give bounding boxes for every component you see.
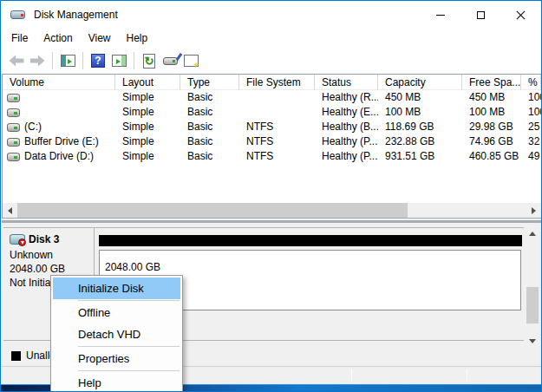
cell-status: Healthy (P... [315,134,378,149]
action-pane-icon [112,55,127,67]
cell-file-system: NTFS [239,149,315,164]
volume-row[interactable]: Simple Basic Healthy (E... 100 MB 100 MB… [3,105,541,120]
warning-badge-icon [18,238,26,246]
window-controls [421,2,540,28]
disk-management-window: Disk Management File Action View Help ? … [0,0,542,392]
cell-capacity: 232.88 GB [378,134,462,149]
volume-row[interactable]: (C:) Simple Basic NTFS Healthy (B... 118… [3,120,541,134]
disk-properties-button[interactable] [160,51,180,70]
cell-free-space: 450 MB [462,90,521,105]
cell-capacity: 450 MB [378,90,462,105]
menu-help[interactable]: Help [119,29,156,47]
close-icon [516,10,526,20]
cell-capacity: 931.51 GB [378,149,462,164]
forward-icon [30,56,45,67]
back-icon [10,56,24,67]
console-tree-icon [61,55,75,67]
scroll-up-button[interactable] [525,227,540,240]
cell-pct-free: 32 [521,134,541,149]
disk-management-app-icon [10,9,26,21]
menu-item-offline[interactable]: Offline [53,302,180,323]
toolbar: ? ↻ [2,48,540,74]
column-pct-free[interactable]: % Free [521,75,541,90]
volume-list: Volume Layout Type File System Status Ca… [2,74,541,219]
close-button[interactable] [500,2,540,28]
cell-status: Healthy (P... [315,149,378,164]
cell-capacity: 118.69 GB [378,120,462,134]
maximize-button[interactable] [460,2,500,28]
refresh-button[interactable]: ↻ [140,51,159,70]
show-console-tree-button[interactable] [58,51,77,70]
column-capacity[interactable]: Capacity [378,75,462,90]
cell-file-system: NTFS [239,120,315,134]
cell-type: Basic [180,105,239,120]
column-type[interactable]: Type [180,75,239,90]
column-file-system[interactable]: File System [239,75,315,90]
cell-type: Basic [180,149,239,164]
vertical-scroll-thumb[interactable] [526,287,539,323]
help-button[interactable]: ? [88,51,108,70]
disk-context-menu: Initialize Disk Offline Detach VHD Prope… [50,275,183,392]
manage-view-icon [184,55,199,67]
menu-item-properties[interactable]: Properties [53,348,180,369]
volume-list-header: Volume Layout Type File System Status Ca… [3,75,541,90]
cell-pct-free: 25 [521,120,541,134]
cell-volume [3,90,115,105]
horizontal-scroll-thumb[interactable] [17,203,408,218]
disk-type: Unknown [10,248,94,262]
cell-free-space: 74.96 GB [462,134,521,149]
column-status[interactable]: Status [315,75,378,90]
cell-status: Healthy (B... [315,120,378,134]
back-button[interactable] [7,51,26,70]
volume-row[interactable]: Data Drive (D:) Simple Basic NTFS Health… [3,149,541,164]
volume-icon [7,138,20,147]
cell-pct-free: 100 [521,90,541,105]
cell-layout: Simple [115,120,180,134]
cell-type: Basic [180,90,239,105]
cell-layout: Simple [115,90,180,105]
forward-button[interactable] [28,51,47,70]
volume-row[interactable]: Simple Basic Healthy (R... 450 MB 450 MB… [3,90,541,105]
cell-volume: Buffer Drive (E:) [3,134,115,149]
cell-type: Basic [180,134,239,149]
cell-pct-free: 49 [521,149,541,164]
menu-item-help[interactable]: Help [53,372,180,392]
scroll-left-icon [8,207,12,214]
cell-type: Basic [180,120,239,134]
horizontal-scrollbar[interactable] [3,203,541,218]
menu-item-detach-vhd[interactable]: Detach VHD [53,323,180,345]
window-title: Disk Management [34,9,118,21]
unallocated-swatch [11,351,21,361]
cell-file-system [239,90,315,105]
show-action-pane-button[interactable] [109,51,128,70]
cell-file-system [239,105,315,120]
scroll-left-button[interactable] [3,203,17,218]
menu-file[interactable]: File [3,29,36,47]
disk-icon [10,234,25,245]
menu-action[interactable]: Action [36,29,80,47]
cell-layout: Simple [115,105,180,120]
horizontal-scroll-track[interactable] [17,203,526,218]
scroll-right-button[interactable] [526,203,541,218]
cell-free-space: 100 MB [462,105,521,120]
column-layout[interactable]: Layout [115,75,180,90]
toolbar-separator [82,52,83,69]
cell-volume: (C:) [3,120,115,134]
region-size-label: 2048.00 GB [105,261,160,273]
manage-view-button[interactable] [181,51,200,70]
minimize-button[interactable] [421,2,460,28]
volume-icon [7,94,20,102]
column-free-space[interactable]: Free Spa... [462,75,521,90]
cell-volume [3,105,115,120]
menu-item-initialize-disk[interactable]: Initialize Disk [53,278,180,299]
volume-row[interactable]: Buffer Drive (E:) Simple Basic NTFS Heal… [3,134,541,149]
cell-volume: Data Drive (D:) [3,149,115,164]
column-volume[interactable]: Volume [3,75,115,90]
unallocated-color-bar [99,235,522,246]
menu-view[interactable]: View [81,29,119,47]
cell-capacity: 100 MB [378,105,462,120]
titlebar[interactable]: Disk Management [2,2,540,28]
status-bar-separator [351,369,352,382]
menu-separator [78,370,180,371]
vertical-scrollbar[interactable] [525,227,540,348]
